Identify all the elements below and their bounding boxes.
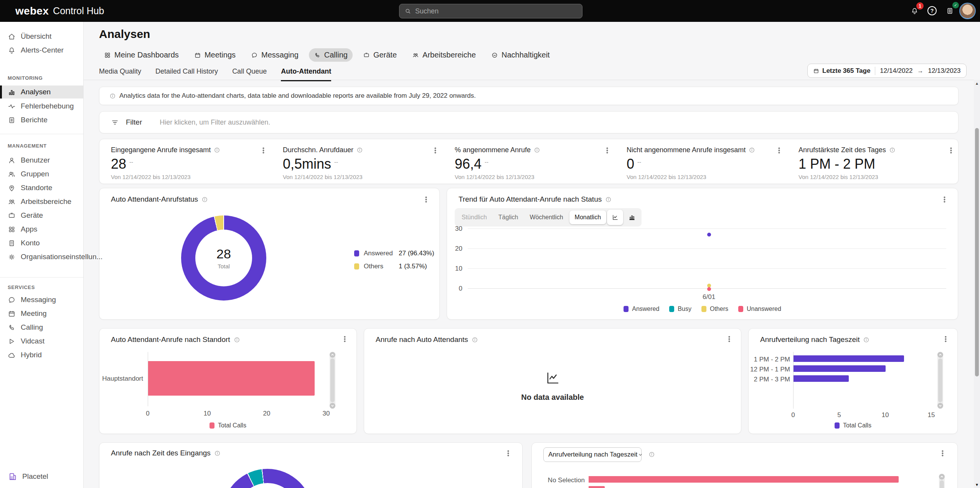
sidebar-item-benutzer[interactable]: Benutzer xyxy=(0,154,84,167)
legend-item-answered[interactable]: Answered xyxy=(624,306,659,312)
notifications-button[interactable]: 1 xyxy=(909,5,920,16)
bar-chart-toggle[interactable] xyxy=(624,210,640,225)
sidebar-item-gruppen[interactable]: Gruppen xyxy=(0,168,84,181)
granularity-monthly[interactable]: Monatlich xyxy=(569,210,606,224)
date-range-picker[interactable]: Letzte 365 Tage 12/14/2022 → 12/13/2023 xyxy=(807,64,967,78)
sidebar-item-geraete[interactable]: Geräte xyxy=(0,209,84,222)
sidebar-item-arbeitsbereiche[interactable]: Arbeitsbereiche xyxy=(0,195,84,208)
date-start[interactable]: 12/14/2022 xyxy=(880,67,912,75)
sidebar-item-meeting[interactable]: Meeting xyxy=(0,307,84,320)
sidebar-item-hybrid[interactable]: Hybrid xyxy=(0,348,84,361)
search-input[interactable] xyxy=(415,7,577,15)
kebab-menu[interactable] xyxy=(940,334,950,344)
sidebar-item-analysen[interactable]: Analysen xyxy=(0,85,84,99)
sidebar-item-standorte[interactable]: Standorte xyxy=(0,181,84,194)
date-preset-button[interactable]: Letzte 365 Tage xyxy=(813,67,870,75)
info-icon[interactable] xyxy=(214,147,220,153)
tab-arbeitsbereiche[interactable]: Arbeitsbereiche xyxy=(407,48,481,62)
scroll-thumb[interactable] xyxy=(330,358,335,402)
info-icon[interactable] xyxy=(605,196,612,203)
line-chart-toggle[interactable] xyxy=(607,210,623,225)
sidebar-item-konto[interactable]: Konto xyxy=(0,237,84,250)
sidebar-item-alerts-center[interactable]: Alerts-Center xyxy=(0,44,84,57)
user-avatar[interactable] xyxy=(959,3,976,19)
sidebar-footer-placetel[interactable]: Placetel xyxy=(0,469,84,484)
kebab-menu[interactable] xyxy=(258,145,268,155)
tab-nachhaltigkeit[interactable]: Nachhaltigkeit xyxy=(486,48,555,62)
info-icon[interactable] xyxy=(214,450,221,457)
info-icon[interactable] xyxy=(534,147,540,153)
sidebar-item-berichte[interactable]: Berichte xyxy=(0,113,84,127)
legend-item-unanswered[interactable]: Unanswered xyxy=(738,306,781,312)
legend-item-answered[interactable]: Answered 27 (96.43%) xyxy=(354,250,393,257)
granularity-hourly[interactable]: Stündlich xyxy=(456,210,492,224)
legend-item-others[interactable]: Others 1 (3.57%) xyxy=(354,263,383,270)
kebab-menu[interactable] xyxy=(602,145,612,155)
legend-item-total-calls[interactable]: Total Calls xyxy=(210,422,246,429)
subtab-media-quality[interactable]: Media Quality xyxy=(99,67,141,81)
chart-scrollbar[interactable] xyxy=(937,352,943,409)
kebab-menu[interactable] xyxy=(937,448,947,458)
granularity-daily[interactable]: Täglich xyxy=(493,210,524,224)
info-icon[interactable] xyxy=(472,337,478,343)
kebab-menu[interactable] xyxy=(774,145,784,155)
scroll-up-icon[interactable] xyxy=(330,352,335,358)
sidebar-item-fehlerbehebung[interactable]: Fehlerbehebung xyxy=(0,100,84,113)
sidebar-item-uebersicht[interactable]: Übersicht xyxy=(0,30,84,43)
entry-time-donut[interactable] xyxy=(222,469,313,488)
info-icon[interactable] xyxy=(356,147,363,153)
sidebar-item-apps[interactable]: Apps xyxy=(0,223,84,236)
date-end[interactable]: 12/13/2023 xyxy=(928,67,960,75)
bar-no-selection[interactable] xyxy=(589,476,899,483)
filter-bar[interactable]: Filter Hier klicken, um Filter auszuwähl… xyxy=(99,111,959,133)
tab-messaging[interactable]: Messaging xyxy=(246,48,304,62)
scroll-thumb[interactable] xyxy=(940,480,944,488)
bar-partial-row[interactable] xyxy=(589,486,605,488)
info-icon[interactable] xyxy=(749,147,755,153)
kebab-menu[interactable] xyxy=(421,194,431,204)
scroll-down-icon[interactable] xyxy=(937,403,943,409)
chart-selector-dropdown[interactable]: Anrufverteilung nach Tageszeit xyxy=(543,447,642,462)
scroll-down-icon[interactable] xyxy=(330,403,335,409)
kebab-menu[interactable] xyxy=(430,145,440,155)
sidebar-item-organisationseinstellungen[interactable]: Organisationseinstellun... xyxy=(0,250,84,263)
scroll-thumb[interactable] xyxy=(938,358,942,402)
bar-hauptstandort[interactable] xyxy=(148,361,315,396)
tab-geraete[interactable]: Geräte xyxy=(358,48,402,62)
kebab-menu[interactable] xyxy=(503,448,513,458)
chart-scrollbar[interactable] xyxy=(939,474,945,488)
filter-placeholder[interactable]: Hier klicken, um Filter auszuwählen. xyxy=(160,118,270,127)
info-icon[interactable] xyxy=(234,337,240,343)
scrollbar-down-icon[interactable]: ▼ xyxy=(974,483,980,487)
whats-new-button[interactable]: ✓ xyxy=(944,5,955,16)
bar-12pm-1pm[interactable] xyxy=(794,365,886,372)
scrollbar-up-icon[interactable]: ▲ xyxy=(974,81,980,85)
legend-item-busy[interactable]: Busy xyxy=(669,306,691,312)
kebab-menu[interactable] xyxy=(724,334,734,344)
bar-1pm-2pm[interactable] xyxy=(794,355,904,362)
tab-meetings[interactable]: Meetings xyxy=(189,48,241,62)
legend-item-others[interactable]: Others xyxy=(701,306,728,312)
chart-scrollbar[interactable] xyxy=(330,352,335,409)
tab-meine-dashboards[interactable]: Meine Dashboards xyxy=(99,48,184,62)
data-point-unanswered[interactable] xyxy=(707,287,711,291)
sidebar-item-calling[interactable]: Calling xyxy=(0,321,84,334)
granularity-weekly[interactable]: Wöchentlich xyxy=(524,210,568,224)
kebab-menu[interactable] xyxy=(946,145,956,155)
page-scrollbar[interactable]: ▲ ▼ xyxy=(974,80,980,488)
subtab-detailed-call-history[interactable]: Detailed Call History xyxy=(155,67,218,81)
scroll-up-icon[interactable] xyxy=(939,474,945,480)
global-search[interactable] xyxy=(399,4,582,18)
kebab-menu[interactable] xyxy=(340,334,350,344)
info-icon[interactable] xyxy=(201,196,208,203)
subtab-call-queue[interactable]: Call Queue xyxy=(232,67,267,81)
info-icon[interactable] xyxy=(648,451,655,458)
data-point-answered[interactable] xyxy=(707,233,711,237)
sidebar-item-messaging[interactable]: Messaging xyxy=(0,293,84,306)
subtab-auto-attendant[interactable]: Auto-Attendant xyxy=(281,67,331,81)
scroll-up-icon[interactable] xyxy=(937,352,943,358)
sidebar-item-vidcast[interactable]: Vidcast xyxy=(0,335,84,348)
help-button[interactable]: ? xyxy=(926,5,938,16)
info-icon[interactable] xyxy=(889,147,896,153)
bar-2pm-3pm[interactable] xyxy=(794,375,849,382)
